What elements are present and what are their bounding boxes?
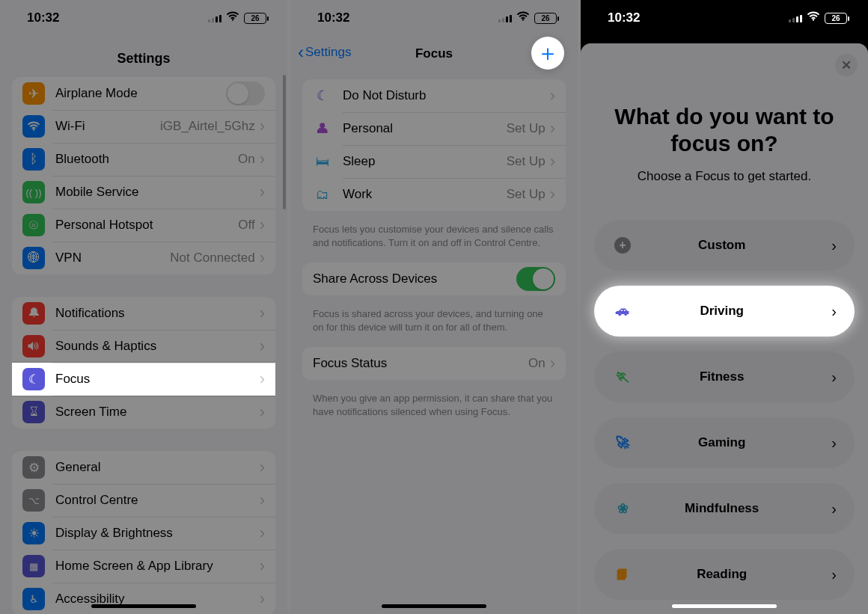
battery-icon: 26 <box>825 13 847 24</box>
focus-footer-3: When you give an app permission, it can … <box>290 386 578 432</box>
briefcase-icon: 🗂︎ <box>313 187 332 203</box>
status-time: 10:32 <box>27 10 59 25</box>
close-button[interactable]: ✕ <box>835 54 858 76</box>
row-screentime[interactable]: ⌛︎ Screen Time › <box>12 396 275 429</box>
chevron-right-icon: › <box>831 369 837 386</box>
chevron-right-icon: › <box>260 305 265 322</box>
page-title: Settings <box>0 36 287 77</box>
signal-icon <box>498 13 512 22</box>
share-group: Share Across Devices <box>302 263 566 295</box>
accessibility-icon: ♿︎ <box>22 588 45 610</box>
row-control-centre[interactable]: ⌥ Control Centre › <box>12 484 275 517</box>
bell-icon: 🔔︎ <box>22 302 45 325</box>
home-indicator[interactable] <box>672 604 777 608</box>
row-share-devices[interactable]: Share Across Devices <box>302 263 566 295</box>
row-display[interactable]: ☀︎ Display & Brightness › <box>12 517 275 550</box>
chevron-right-icon: › <box>260 338 265 354</box>
row-work[interactable]: 🗂︎ Work Set Up › <box>302 178 566 211</box>
row-mobile[interactable]: (( )) Mobile Service › <box>12 176 275 209</box>
slider-icon: ⌥ <box>22 489 45 512</box>
row-home-screen[interactable]: ▦ Home Screen & App Library › <box>12 550 275 583</box>
chevron-right-icon: › <box>260 217 265 233</box>
status-bar: 10:32 26 <box>581 0 868 36</box>
share-toggle[interactable] <box>516 267 555 291</box>
sheet-heading: What do you want to focus on? <box>581 103 868 169</box>
option-mindfulness[interactable]: ❀ Mindfulness › <box>594 483 855 534</box>
chevron-right-icon: › <box>550 153 555 170</box>
back-button[interactable]: ‹ Settings <box>298 42 351 63</box>
chevron-right-icon: › <box>260 404 265 420</box>
moon-icon: ☾ <box>22 368 45 390</box>
apps-icon: ▦ <box>22 555 45 577</box>
bluetooth-icon: ᛒ <box>22 148 45 171</box>
wifi-icon <box>226 10 239 25</box>
focus-list-group: ☾ Do Not Disturb › 👤︎ Personal Set Up › … <box>302 79 566 211</box>
row-personal[interactable]: 👤︎ Personal Set Up › <box>302 112 566 145</box>
chevron-right-icon: › <box>260 371 265 387</box>
airplane-icon: ✈ <box>22 82 45 105</box>
chevron-right-icon: › <box>550 355 555 372</box>
chevron-right-icon: › <box>831 435 837 452</box>
settings-group-connectivity: ✈ Airplane Mode Wi-Fi iGB_Airtel_5Ghz › … <box>12 77 275 274</box>
antenna-icon: (( )) <box>22 181 45 203</box>
chevron-right-icon: › <box>831 566 837 583</box>
chevron-left-icon: ‹ <box>298 42 304 63</box>
screen-focus-picker: 10:32 26 ✕ What do you want to focus on?… <box>581 0 868 614</box>
row-sleep[interactable]: 🛏︎ Sleep Set Up › <box>302 145 566 178</box>
chevron-right-icon: › <box>260 459 265 476</box>
row-general[interactable]: ⚙︎ General › <box>12 451 275 484</box>
chevron-right-icon: › <box>260 151 265 168</box>
focus-picker-sheet: ✕ What do you want to focus on? Choose a… <box>581 43 868 614</box>
battery-icon: 26 <box>534 13 557 24</box>
focus-footer-2: Focus is shared across your devices, and… <box>290 301 578 347</box>
home-indicator[interactable] <box>91 604 196 608</box>
option-fitness[interactable]: 🏃︎ Fitness › <box>594 351 855 402</box>
status-group: Focus Status On › <box>302 347 566 380</box>
option-reading[interactable]: 📙︎ Reading › <box>594 549 855 600</box>
wifi-icon <box>516 10 530 25</box>
home-indicator[interactable] <box>382 604 486 608</box>
brightness-icon: ☀︎ <box>22 522 45 544</box>
moon-icon: ☾ <box>313 88 332 104</box>
chevron-right-icon: › <box>260 591 265 607</box>
screen-focus-list: 10:32 26 ‹ Settings Focus ＋ ☾ Do Not Dis… <box>290 0 578 614</box>
chevron-right-icon: › <box>831 237 837 254</box>
row-dnd[interactable]: ☾ Do Not Disturb › <box>302 79 566 112</box>
row-wifi[interactable]: Wi-Fi iGB_Airtel_5Ghz › <box>12 110 275 143</box>
person-icon: 👤︎ <box>313 121 332 137</box>
row-accessibility[interactable]: ♿︎ Accessibility › <box>12 583 275 614</box>
option-driving[interactable]: 🚗︎ Driving › <box>594 286 855 337</box>
chevron-right-icon: › <box>831 303 837 320</box>
row-hotspot[interactable]: ⦾ Personal Hotspot Off › <box>12 209 275 242</box>
chevron-right-icon: › <box>260 118 265 135</box>
hourglass-icon: ⌛︎ <box>22 401 45 423</box>
option-gaming[interactable]: 🚀︎ Gaming › <box>594 417 855 468</box>
row-focus-status[interactable]: Focus Status On › <box>302 347 566 380</box>
row-focus[interactable]: ☾ Focus › <box>12 363 275 396</box>
chevron-right-icon: › <box>550 120 555 137</box>
row-airplane[interactable]: ✈ Airplane Mode <box>12 77 275 110</box>
signal-icon <box>208 13 221 22</box>
status-time: 10:32 <box>608 10 640 25</box>
row-bluetooth[interactable]: ᛒ Bluetooth On › <box>12 143 275 176</box>
airplane-toggle[interactable] <box>226 82 265 105</box>
settings-group-general: ⚙︎ General › ⌥ Control Centre › ☀︎ Displ… <box>12 451 275 614</box>
chevron-right-icon: › <box>550 186 555 203</box>
chevron-right-icon: › <box>550 88 555 104</box>
chevron-right-icon: › <box>260 250 265 266</box>
row-sounds[interactable]: 🔊︎ Sounds & Haptics › <box>12 330 275 363</box>
add-focus-button[interactable]: ＋ <box>531 37 564 70</box>
hotspot-icon: ⦾ <box>22 214 45 236</box>
chevron-right-icon: › <box>831 500 837 518</box>
scroll-thumb[interactable] <box>283 75 286 209</box>
chevron-right-icon: › <box>260 184 265 200</box>
chevron-right-icon: › <box>260 525 265 541</box>
row-notifications[interactable]: 🔔︎ Notifications › <box>12 297 275 330</box>
settings-group-attention: 🔔︎ Notifications › 🔊︎ Sounds & Haptics ›… <box>12 297 275 429</box>
sheet-subtitle: Choose a Focus to get started. <box>581 169 868 220</box>
row-vpn[interactable]: 🌐︎ VPN Not Connected › <box>12 242 275 274</box>
status-bar: 10:32 26 <box>0 0 287 36</box>
wifi-setting-icon <box>22 115 45 138</box>
option-custom[interactable]: + Custom › <box>594 220 855 271</box>
globe-icon: 🌐︎ <box>22 247 45 269</box>
